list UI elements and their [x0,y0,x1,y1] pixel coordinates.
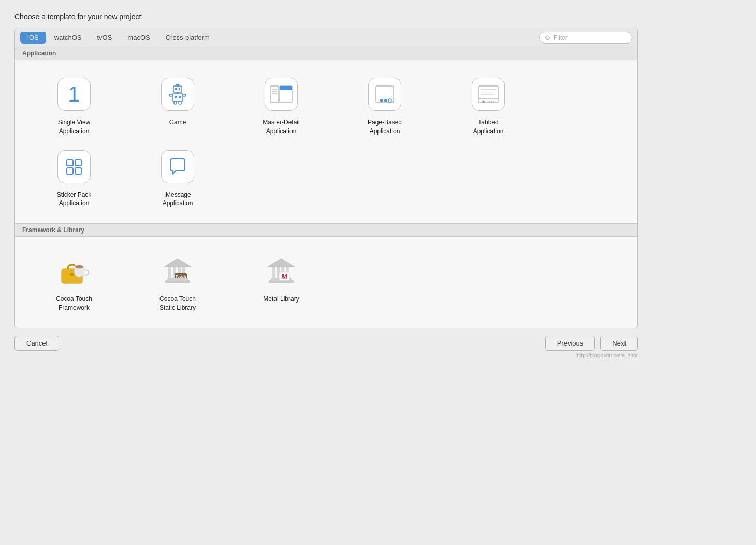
previous-button[interactable]: Previous [545,336,595,351]
cancel-button[interactable]: Cancel [14,336,59,351]
svg-point-28 [493,101,495,103]
svg-rect-8 [179,96,181,98]
next-button[interactable]: Next [600,336,638,351]
bottom-bar: Cancel Previous Next [14,328,638,351]
svg-rect-18 [272,93,277,94]
svg-marker-48 [164,259,191,267]
template-cocoa-touch-static[interactable]: Touch Cocoa TouchStatic Library [126,247,229,320]
game-label: Game [169,118,186,127]
svg-text:M: M [281,272,287,280]
svg-rect-0 [173,86,182,92]
watermark: http://blog.csdn.net/a_zhor [14,351,638,358]
template-imessage[interactable]: iMessageApplication [126,143,229,216]
tab-crossplatform[interactable]: Cross-platform [158,32,217,44]
svg-rect-17 [272,91,277,92]
section-application-header: Application [15,47,637,60]
cocoa-touch-static-icon: Touch [160,253,195,289]
tab-bar: iOS watchOS tvOS macOS Cross-platform ⊜ … [15,28,637,47]
sticker-pack-svg [63,155,85,178]
svg-rect-10 [183,94,186,96]
cocoa-touch-framework-icon [56,253,92,289]
tab-tvos[interactable]: tvOS [90,32,119,44]
svg-rect-31 [481,94,494,95]
btn-right-group: Previous Next [545,336,638,351]
template-metal-library[interactable]: M Metal Library [229,247,333,320]
framework-grid: Cocoa TouchFramework [15,237,637,328]
tabbed-icon: ★ [472,78,505,111]
svg-rect-43 [167,278,188,281]
template-master-detail[interactable]: Master-DetailApplication [229,70,333,143]
imessage-svg [166,155,189,178]
svg-rect-12 [179,101,181,104]
svg-rect-38 [70,273,74,276]
svg-point-27 [491,101,492,103]
svg-rect-15 [280,86,292,90]
page-based-label: Page-BasedApplication [368,118,402,136]
tab-watchos[interactable]: watchOS [47,32,89,44]
svg-rect-35 [75,168,81,174]
svg-rect-11 [174,101,177,104]
template-game[interactable]: Game [126,70,229,143]
cocoa-touch-static-label: Cocoa TouchStatic Library [159,295,196,312]
svg-rect-9 [169,94,172,96]
master-detail-svg [268,83,294,106]
svg-rect-4 [176,84,179,85]
game-icon [161,78,194,111]
svg-point-22 [388,99,391,102]
filter-placeholder: Filter [554,34,568,41]
tab-ios[interactable]: iOS [20,32,46,44]
master-detail-label: Master-DetailApplication [263,118,299,136]
tab-macos[interactable]: macOS [120,32,157,44]
filter-box[interactable]: ⊜ Filter [539,32,632,44]
single-view-icon: 1 [57,78,91,111]
svg-rect-54 [272,267,275,278]
cocoa-touch-framework-label: Cocoa TouchFramework [56,295,92,312]
dialog-title: Choose a template for your new project: [14,12,638,21]
metal-library-icon: M [264,253,299,289]
template-tabbed[interactable]: ★ TabbedApplication [437,70,540,143]
template-page-based[interactable]: Page-BasedApplication [333,70,437,143]
svg-rect-30 [481,92,492,93]
template-single-view[interactable]: 1 Single ViewApplication [22,70,126,143]
imessage-icon [161,150,194,183]
template-cocoa-touch-framework[interactable]: Cocoa TouchFramework [22,247,126,320]
application-grid: 1 Single ViewApplication [15,60,637,224]
section-framework-header: Framework & Library [15,224,637,237]
svg-point-20 [380,99,383,102]
svg-rect-29 [481,89,496,90]
single-view-label: Single ViewApplication [58,118,90,136]
svg-rect-34 [67,168,73,174]
page-based-icon [368,78,401,111]
tabbed-label: TabbedApplication [473,118,504,136]
template-sticker-pack[interactable]: Sticker PackApplication [22,143,126,216]
svg-rect-33 [75,160,81,166]
page-based-svg [372,83,398,106]
svg-rect-1 [175,88,177,90]
svg-rect-7 [175,96,177,98]
svg-rect-16 [272,89,277,90]
game-robot-svg [166,83,189,106]
svg-marker-58 [268,259,295,267]
svg-rect-6 [172,94,183,101]
imessage-label: iMessageApplication [163,191,193,208]
svg-text:Touch: Touch [176,275,186,278]
svg-rect-2 [179,88,180,90]
tabbed-svg: ★ [475,83,501,106]
svg-rect-32 [67,160,73,166]
svg-rect-13 [270,86,279,103]
metal-library-label: Metal Library [263,295,299,304]
filter-icon: ⊜ [545,34,550,41]
svg-point-26 [489,101,490,103]
svg-rect-44 [168,267,171,278]
master-detail-icon [265,78,298,111]
svg-text:★: ★ [482,99,485,104]
sticker-pack-icon [57,150,91,183]
main-dialog-box: iOS watchOS tvOS macOS Cross-platform ⊜ … [14,28,638,328]
svg-point-21 [384,99,387,102]
svg-point-41 [75,265,83,268]
sticker-pack-label: Sticker PackApplication [57,191,92,208]
